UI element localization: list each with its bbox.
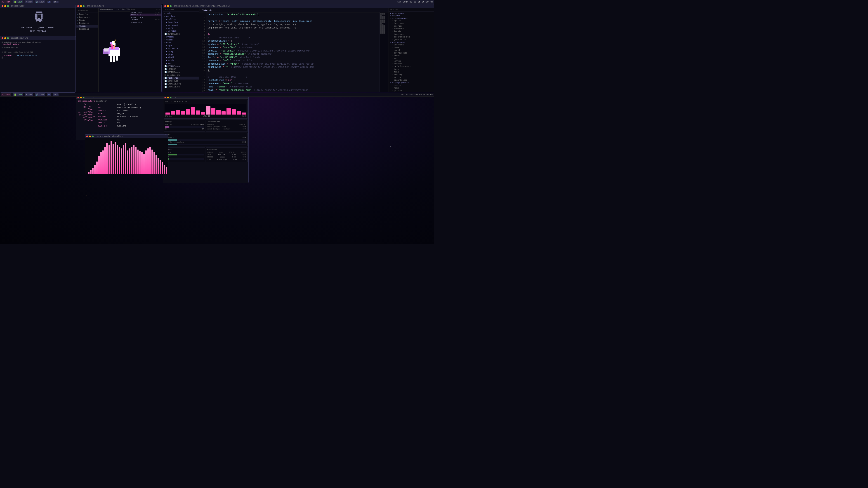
- tree-readme1[interactable]: 📄 README.org: [163, 33, 199, 35]
- sidebar-item-music[interactable]: ▸ Music: [76, 19, 98, 22]
- outline-hostname[interactable]: • hostname: [389, 22, 434, 25]
- svg-rect-5: [115, 39, 116, 41]
- close-btn-editor[interactable]: [164, 5, 166, 7]
- close-btn-viz[interactable]: [86, 135, 88, 137]
- max-btn[interactable]: [7, 5, 9, 7]
- outline-font[interactable]: • font: [389, 71, 434, 73]
- sidebar-item-external[interactable]: ▸ External: [76, 28, 98, 31]
- file-item-installorg[interactable]: install.org: [130, 16, 161, 19]
- outline-defaultroamdir[interactable]: • defaultRoamDir: [389, 65, 434, 68]
- tree-personal[interactable]: ▸ personal: [163, 24, 199, 27]
- min-btn-files[interactable]: [80, 5, 82, 7]
- outline-username[interactable]: • username: [389, 43, 434, 46]
- outline-email[interactable]: • email: [389, 49, 434, 52]
- sidebar-item-pictures[interactable]: ▸ Pictures: [76, 22, 98, 25]
- file-item-license[interactable]: LICENSE 34.2 K: [130, 19, 161, 21]
- outline-fontpkg[interactable]: • fontPkg: [389, 73, 434, 76]
- mem-pct-100: 9%: [202, 128, 204, 130]
- viz-bar-29: [143, 154, 145, 174]
- outline-grubdevice[interactable]: • grubDevice: [389, 38, 434, 41]
- outline-editor[interactable]: • editor: [389, 76, 434, 79]
- outline-usersettings[interactable]: ▾ userSettings: [389, 41, 434, 43]
- min-btn-editor[interactable]: [167, 5, 169, 7]
- tree-installorg[interactable]: 📄 install.org: [163, 83, 199, 86]
- outline-wm[interactable]: • wm: [389, 57, 434, 60]
- tree-style[interactable]: ▸ style: [163, 59, 199, 62]
- brightness-tag: ☀ 20%: [25, 0, 33, 3]
- file-item-flakelock[interactable]: flake.lock 27.5 K: [130, 11, 161, 13]
- outline-term[interactable]: • term: [389, 68, 434, 71]
- tree-readme2[interactable]: 📄 README.org: [163, 65, 199, 68]
- outline-locale[interactable]: • locale: [389, 30, 434, 33]
- tree-lang[interactable]: ▸ lang: [163, 50, 199, 53]
- outline-system2[interactable]: • system: [389, 84, 434, 87]
- tree-app[interactable]: ▸ app: [163, 44, 199, 47]
- tree-user[interactable]: ▾ user: [163, 41, 199, 44]
- outline-timezone[interactable]: • timezone: [389, 28, 434, 30]
- nf-key-shell: SHELL:: [98, 122, 116, 125]
- tree-worklab[interactable]: ▸ worklab: [163, 30, 199, 33]
- tab-flakenix[interactable]: flake.nix: [199, 9, 215, 12]
- tree-harden[interactable]: 📄 harden.sh: [163, 79, 199, 83]
- outline-spawneditor[interactable]: • spawnEditor: [389, 79, 434, 82]
- outline-wmtype[interactable]: • wmType: [389, 60, 434, 63]
- tree-pkgs[interactable]: ▸ pkgs: [163, 53, 199, 56]
- outline-browser[interactable]: • browser: [389, 63, 434, 65]
- max-btn-files[interactable]: [83, 5, 85, 7]
- file-item-readmeorg[interactable]: README.org: [130, 21, 161, 24]
- max-btn-editor[interactable]: [170, 5, 172, 7]
- viz-bar-32: [149, 147, 151, 174]
- outline-patches[interactable]: • patches: [389, 90, 434, 92]
- max-btn-viz[interactable]: [92, 135, 94, 137]
- nf-key-desktop: DESKTOP:: [98, 125, 116, 128]
- outline-system[interactable]: • system: [389, 20, 434, 22]
- outline-nixpkgspatched[interactable]: ▾ nixpkgs-patched: [389, 82, 434, 84]
- tree-hardware[interactable]: ▸ hardware: [163, 47, 199, 50]
- sidebar-item-themes[interactable]: ▸ themes: [76, 25, 98, 28]
- max-btn-term[interactable]: [7, 37, 9, 39]
- proc-row-hyprland: 2520 Hyprland 0.35 0.45: [207, 153, 246, 156]
- sidebar-item-documents[interactable]: ▸ Documents: [76, 16, 98, 19]
- tree-system[interactable]: ▸ system: [163, 35, 199, 38]
- tree-patches[interactable]: ▸ patches: [163, 15, 199, 18]
- close-btn[interactable]: [2, 5, 3, 7]
- outline-systemsettings[interactable]: ▾ systemSettings: [389, 17, 434, 20]
- sidebar-item-homelab[interactable]: ▸ home lab: [76, 13, 98, 16]
- tree-shell[interactable]: ▸ shell: [163, 56, 199, 59]
- tree-homelab[interactable]: ▸ home lab: [163, 21, 199, 24]
- tree-desktop[interactable]: 🖼 desktop.png: [163, 74, 199, 76]
- proc-row-emacs: 559631 emacs 0.28 0.79: [207, 156, 246, 158]
- tree-readme3[interactable]: 📄 README.org: [163, 71, 199, 74]
- tree-flakenix[interactable]: 📄 flake.nix: [163, 76, 199, 79]
- outline-theme[interactable]: • theme: [389, 55, 434, 57]
- outline-dotfilesdir[interactable]: • dotfilesDir: [389, 52, 434, 55]
- tree-themes[interactable]: ▸ themes: [163, 38, 199, 41]
- file-item-flakenix[interactable]: flake.nix 2.26 K: [130, 13, 161, 16]
- tree-wm[interactable]: ▸ wm: [163, 62, 199, 65]
- svg-rect-1: [110, 42, 112, 44]
- outline-bootmode[interactable]: • bootMode: [389, 33, 434, 36]
- tree-installsh[interactable]: 📄 install.sh: [163, 86, 199, 88]
- tree-work[interactable]: ▸ work: [163, 27, 199, 30]
- outline-bootmountpath[interactable]: • bootMountPath: [389, 36, 434, 38]
- qute-ascii-art: ██████╗ ██╔═══██╗ ██║ ██║ ██║▄▄ ██║ ╚███…: [2, 10, 74, 25]
- neofetch-prompt-user: emmet@snowfire: [78, 100, 95, 102]
- close-btn-term[interactable]: [2, 37, 3, 39]
- min-btn-viz[interactable]: [89, 135, 91, 137]
- outline-outputs[interactable]: ▸ outputs: [389, 14, 434, 17]
- outline-description[interactable]: ▸ description: [389, 12, 434, 14]
- outline-name2[interactable]: • name: [389, 87, 434, 90]
- tree-license[interactable]: 📄 LICENSE: [163, 68, 199, 71]
- temp-row-edge: card0 (amdgpu): edge 49°C: [207, 125, 246, 128]
- viz-bar-2: [88, 172, 90, 174]
- close-btn-files[interactable]: [77, 5, 79, 7]
- min-btn[interactable]: [4, 5, 6, 7]
- svg-rect-13: [110, 56, 112, 62]
- outline-name[interactable]: • name: [389, 46, 434, 49]
- min-btn-term[interactable]: [4, 37, 6, 39]
- second-monitor-statusbar: ⬡ Tech 🔋 100% ☀ 20% 🔊 100% 2s 10s Sat 20…: [0, 93, 434, 97]
- status-bar-right: Sat 2024-03-09 05:06:00 PM: [397, 1, 433, 3]
- outline-profile[interactable]: • profile: [389, 25, 434, 28]
- tree-profiles[interactable]: ▾ profiles: [163, 18, 199, 21]
- tree-git[interactable]: ▸ .git: [163, 12, 199, 15]
